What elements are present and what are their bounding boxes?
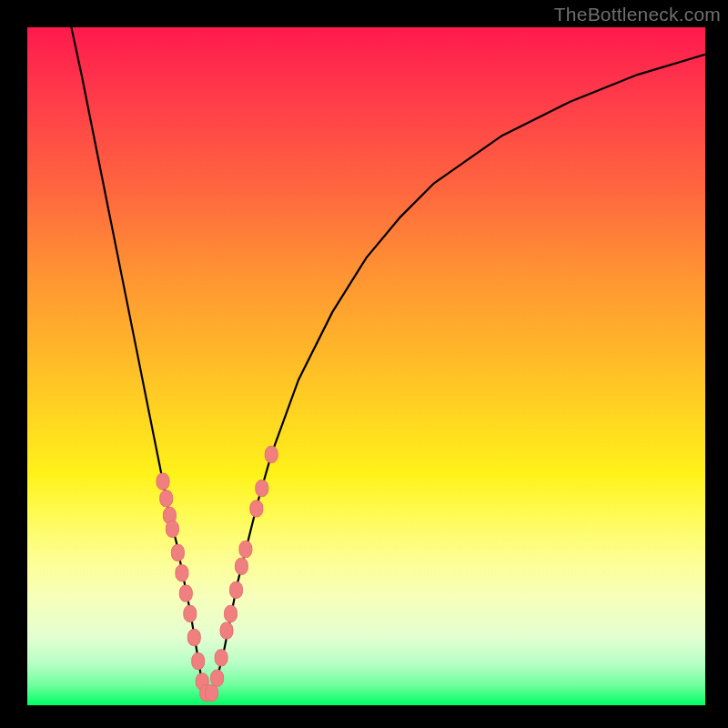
curve-marker: [166, 521, 178, 537]
curve-marker: [184, 605, 197, 622]
curve-marker: [250, 500, 263, 517]
curve-marker: [187, 630, 200, 646]
curve-marker: [171, 544, 184, 561]
watermark-text: TheBottleneck.com: [554, 4, 721, 25]
curve-marker: [192, 653, 205, 670]
curve-marker: [215, 650, 228, 666]
curve-marker: [235, 558, 248, 574]
curve-layer: [71, 27, 705, 695]
marker-layer: [157, 446, 278, 701]
curve-marker: [160, 490, 173, 507]
chart-frame: TheBottleneck.com: [0, 0, 728, 728]
curve-marker: [225, 605, 238, 622]
curve-marker: [176, 565, 188, 581]
curve-marker: [265, 446, 278, 462]
curve-marker: [179, 585, 192, 602]
curve-marker: [220, 622, 233, 639]
plot-area: [27, 27, 705, 705]
curve-marker: [230, 581, 243, 598]
curve-marker: [239, 541, 252, 558]
curve-marker: [256, 480, 268, 497]
chart-svg: [27, 27, 705, 705]
curve-marker: [211, 670, 224, 686]
curve-marker: [157, 473, 169, 490]
bottleneck-curve: [71, 27, 705, 695]
curve-marker: [206, 685, 218, 702]
